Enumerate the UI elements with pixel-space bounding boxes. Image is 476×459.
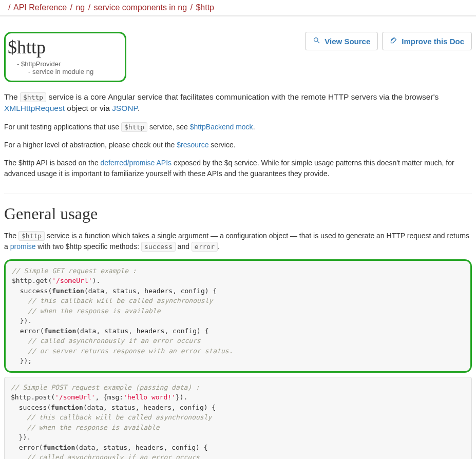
inline-code: success [141,242,176,252]
improve-doc-button[interactable]: Improve this Doc [382,32,472,50]
link-promise[interactable]: promise [10,242,36,251]
improve-doc-label: Improve this Doc [402,37,464,46]
intro-paragraph-3: For a higher level of abstraction, pleas… [4,140,472,150]
breadcrumb: / API Reference / ng / service component… [0,0,476,16]
link-deferred-promise[interactable]: deferred/promise APIs [101,159,172,167]
intro-paragraph-1: The $http service is a core Angular serv… [4,91,472,114]
title-sub-provider: - $httpProvider [17,60,118,68]
link-jsonp[interactable]: JSONP [112,104,138,112]
link-xmlhttprequest[interactable]: XMLHttpRequest [4,104,65,112]
breadcrumb-sep: / [88,3,90,12]
intro-paragraph-4: The $http API is based on the deferred/p… [4,158,472,179]
breadcrumb-http[interactable]: $http [196,3,214,12]
svg-line-1 [318,41,320,43]
title-sub-service: - service in module ng [28,68,118,75]
breadcrumb-sep: / [70,3,72,12]
inline-code: $http [20,92,46,102]
view-source-button[interactable]: View Source [305,32,378,50]
divider [4,194,472,194]
svg-point-0 [314,38,318,42]
breadcrumb-ng[interactable]: ng [75,3,85,12]
inline-code: $http [18,231,45,241]
title-block: $http - $httpProvider - service in modul… [4,32,126,82]
inline-code: error [192,242,218,252]
link-resource[interactable]: $resource [177,141,208,149]
link-httpbackend-mock[interactable]: $httpBackend mock [190,123,253,131]
search-icon [313,36,320,46]
breadcrumb-sep: / [190,3,192,12]
code-block-post-example: // Simple POST request example (passing … [4,377,472,459]
code-block-get-example: // Simple GET request example : $http.ge… [4,259,472,373]
breadcrumb-service-components[interactable]: service components in ng [94,3,187,12]
section-heading-general-usage: General usage [4,204,472,223]
view-source-label: View Source [325,37,370,46]
page-title: $http [8,36,118,58]
edit-icon [390,36,397,46]
breadcrumb-api-reference[interactable]: API Reference [13,3,67,12]
breadcrumb-sep: / [8,3,10,12]
inline-code: $http [121,122,147,132]
usage-paragraph: The $http service is a function which ta… [4,231,472,252]
intro-paragraph-2: For unit testing applications that use $… [4,122,472,132]
